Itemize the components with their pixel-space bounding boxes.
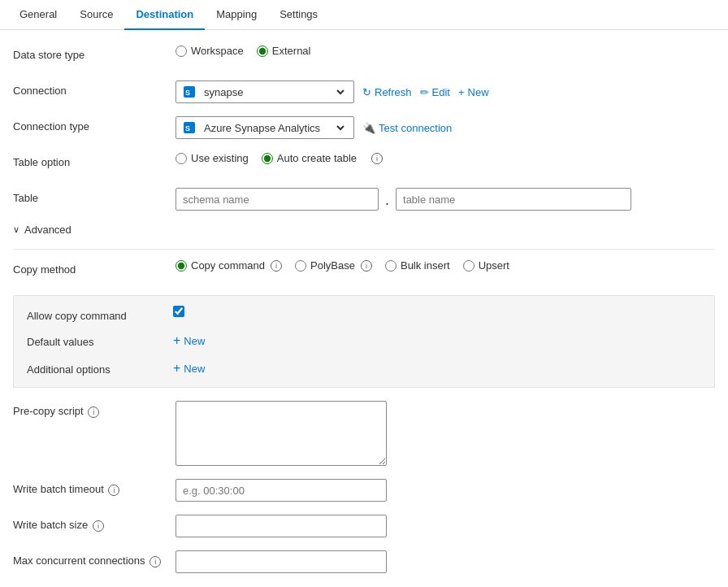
copy-method-radio-group: Copy command i PolyBase i Bulk insert Up… xyxy=(176,259,509,272)
connection-type-label: Connection type xyxy=(13,116,176,133)
refresh-icon: ↻ xyxy=(362,86,371,98)
write-batch-size-info-icon[interactable]: i xyxy=(93,520,104,532)
connection-control: S synapse ↻ Refresh ✏ Edit + xyxy=(176,80,715,103)
refresh-link[interactable]: ↻ Refresh xyxy=(362,86,412,98)
test-connection-label: Test connection xyxy=(379,122,452,134)
polybase-radio-item[interactable]: PolyBase i xyxy=(295,259,372,272)
tabs-bar: General Source Destination Mapping Setti… xyxy=(0,0,728,30)
edit-label: Edit xyxy=(432,86,450,98)
upsert-radio[interactable] xyxy=(463,260,474,272)
upsert-radio-item[interactable]: Upsert xyxy=(463,259,509,272)
copy-method-row: Copy method Copy command i PolyBase i Bu… xyxy=(13,259,715,282)
pre-copy-info-icon[interactable]: i xyxy=(88,407,99,418)
new-connection-label: New xyxy=(468,86,489,98)
max-concurrent-label-text: Max concurrent connections xyxy=(13,554,145,567)
max-concurrent-label: Max concurrent connections i xyxy=(13,550,176,567)
test-connection-link[interactable]: 🔌 Test connection xyxy=(362,122,452,134)
copy-command-radio-item[interactable]: Copy command i xyxy=(176,259,282,272)
copy-method-control: Copy command i PolyBase i Bulk insert Up… xyxy=(176,259,715,272)
table-control: . xyxy=(176,188,715,211)
table-option-control: Use existing Auto create table i xyxy=(176,152,715,164)
connection-select[interactable]: synapse xyxy=(201,85,347,99)
connection-type-select[interactable]: Azure Synapse Analytics xyxy=(201,121,347,135)
table-row: Table . xyxy=(13,188,715,211)
bulk-insert-radio[interactable] xyxy=(385,260,396,272)
connection-type-select-box[interactable]: S Azure Synapse Analytics xyxy=(176,116,354,139)
table-option-label: Table option xyxy=(13,152,176,168)
auto-create-radio-item[interactable]: Auto create table xyxy=(262,152,357,164)
workspace-radio-label: Workspace xyxy=(191,45,244,57)
default-values-new-label: New xyxy=(184,335,205,347)
tab-source[interactable]: Source xyxy=(68,0,124,30)
copy-command-info-icon[interactable]: i xyxy=(271,260,282,272)
plus-icon-additional: + xyxy=(173,361,180,376)
tab-destination[interactable]: Destination xyxy=(124,0,205,30)
write-batch-timeout-label: Write batch timeout i xyxy=(13,479,176,496)
polybase-info-icon[interactable]: i xyxy=(361,260,372,272)
default-values-control: + New xyxy=(173,332,701,350)
max-concurrent-info-icon[interactable]: i xyxy=(150,556,161,567)
write-batch-size-label: Write batch size i xyxy=(13,515,176,532)
bulk-insert-label: Bulk insert xyxy=(401,259,450,272)
synapse-db-icon: S xyxy=(183,85,196,98)
use-existing-radio-item[interactable]: Use existing xyxy=(176,152,249,164)
external-radio-label: External xyxy=(272,45,311,57)
table-option-row: Table option Use existing Auto create ta… xyxy=(13,152,715,175)
tab-general[interactable]: General xyxy=(8,0,68,30)
data-store-type-row: Data store type Workspace External xyxy=(13,45,715,67)
schema-name-input[interactable] xyxy=(176,188,379,211)
bulk-insert-radio-item[interactable]: Bulk insert xyxy=(385,259,450,272)
refresh-label: Refresh xyxy=(375,86,412,98)
connection-label: Connection xyxy=(13,80,176,97)
edit-link[interactable]: ✏ Edit xyxy=(420,86,450,98)
allow-copy-command-row: Allow copy command xyxy=(27,306,701,322)
auto-create-radio[interactable] xyxy=(262,153,273,164)
copy-method-label: Copy method xyxy=(13,259,176,276)
write-batch-timeout-info-icon[interactable]: i xyxy=(108,485,119,496)
chevron-down-icon: ∨ xyxy=(13,224,20,235)
data-store-type-label: Data store type xyxy=(13,45,176,61)
use-existing-label: Use existing xyxy=(191,152,249,164)
write-batch-timeout-control xyxy=(176,479,715,502)
plus-icon: + xyxy=(458,86,465,98)
connection-type-row: Connection type S Azure Synapse Analytic… xyxy=(13,116,715,139)
connection-type-dropdown-wrap: S Azure Synapse Analytics 🔌 Test connect… xyxy=(176,116,452,139)
copy-command-radio[interactable] xyxy=(176,260,187,272)
copy-command-panel: Allow copy command Default values + New … xyxy=(13,295,715,388)
svg-text:S: S xyxy=(185,89,190,97)
additional-options-new-btn[interactable]: + New xyxy=(173,359,205,377)
workspace-radio[interactable] xyxy=(176,46,187,57)
pre-copy-script-label-text: Pre-copy script xyxy=(13,405,84,417)
write-batch-timeout-input[interactable] xyxy=(176,479,387,502)
default-values-new-btn[interactable]: + New xyxy=(173,332,205,350)
advanced-toggle[interactable]: ∨ Advanced xyxy=(13,224,715,236)
svg-text:S: S xyxy=(185,124,190,133)
pre-copy-script-textarea[interactable] xyxy=(176,401,387,466)
new-connection-link[interactable]: + New xyxy=(458,86,489,98)
auto-create-info-icon[interactable]: i xyxy=(371,153,383,164)
allow-copy-command-checkbox[interactable] xyxy=(173,306,184,317)
connection-type-control: S Azure Synapse Analytics 🔌 Test connect… xyxy=(176,116,715,139)
table-name-input[interactable] xyxy=(396,188,631,211)
pre-copy-script-label: Pre-copy script i xyxy=(13,401,176,418)
allow-copy-command-label: Allow copy command xyxy=(27,306,173,322)
external-radio-item[interactable]: External xyxy=(257,45,311,57)
data-store-radio-group: Workspace External xyxy=(176,45,311,57)
synapse-type-icon: S xyxy=(183,121,196,134)
allow-copy-command-control xyxy=(173,306,701,317)
upsert-label: Upsert xyxy=(479,259,509,272)
connection-row: Connection S synapse ↻ Refresh xyxy=(13,80,715,103)
divider xyxy=(13,249,715,250)
plus-icon-default: + xyxy=(173,333,180,348)
additional-options-label: Additional options xyxy=(27,359,173,376)
workspace-radio-item[interactable]: Workspace xyxy=(176,45,244,57)
default-values-row: Default values + New xyxy=(27,332,701,350)
tab-settings[interactable]: Settings xyxy=(268,0,329,30)
external-radio[interactable] xyxy=(257,46,268,57)
use-existing-radio[interactable] xyxy=(176,153,187,164)
write-batch-size-input[interactable] xyxy=(176,515,387,537)
tab-mapping[interactable]: Mapping xyxy=(205,0,268,30)
polybase-radio[interactable] xyxy=(295,260,306,272)
connection-select-box[interactable]: S synapse xyxy=(176,80,354,103)
max-concurrent-input[interactable] xyxy=(176,550,387,573)
